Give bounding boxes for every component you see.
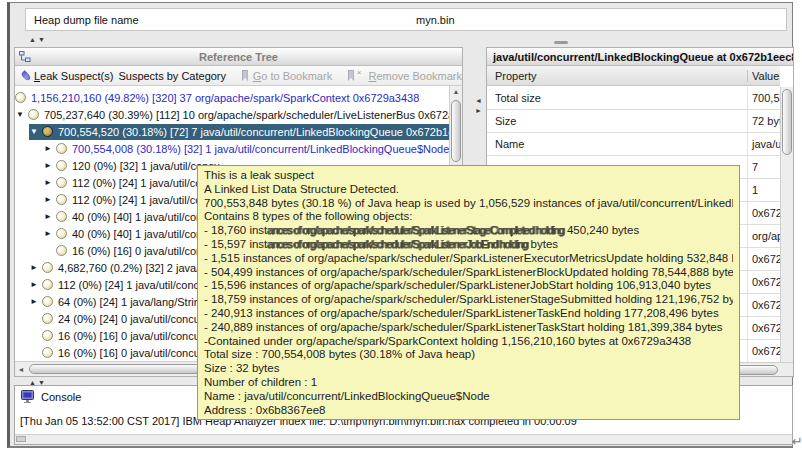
table-row[interactable]: Size72 bytes [487,110,780,133]
tree-row-label: 1,156,210,160 (49.82%) [320] 37 org/apac… [31,92,419,104]
expander-closed-icon[interactable]: ► [43,195,56,204]
window-resize-grip-icon[interactable]: ↵ [792,434,802,449]
tooltip-line: - 240,889 instances of org/apache/spark/… [204,321,733,335]
expander-closed-icon[interactable]: ► [29,280,42,289]
tree-vscroll-thumb[interactable] [451,100,461,162]
console-title: Console [41,391,81,403]
triangle-right-icon: ► [475,107,483,114]
vsplitter-collapse-right-button[interactable]: ► [475,107,483,114]
value-cell: 1 [748,184,780,196]
tooltip-line: 700,553,848 bytes (30.18 %) of Java heap… [204,197,733,211]
tooltip-line: -Contained under org/apache/spark/SparkC… [204,335,733,349]
node-icon [15,92,26,103]
tree-row[interactable]: ▼705,237,640 (30.39%) [112] 10 org/apach… [15,106,449,123]
triangle-up-icon: ▲ [29,36,37,43]
console-monitor-icon [21,390,35,403]
value-cell: 0x672af4 [748,207,780,219]
bookmark-remove-icon [348,70,354,81]
tooltip-line: - 1,515 instances of org/apache/spark/sc… [204,252,733,266]
object-detail-title: java/util/concurrent/LinkedBlockingQueue… [487,51,793,63]
node-icon [42,313,53,324]
expander-closed-icon[interactable]: ► [29,263,42,272]
bookmark-icon [242,70,248,81]
triangle-down-icon: ▼ [38,36,46,43]
node-icon [42,296,53,307]
tree-row-label: 4,682,760 (0.2%) [32] 2 java/util/ [58,262,216,274]
heap-analyzer-app: Heap dump file name myn.bin ▲ ▼ Referenc… [0,0,802,457]
garbled-text: ances of org/apache/spark/scheduler/Spar… [267,224,563,236]
expander-closed-icon[interactable]: ► [43,229,56,238]
heap-dump-file-field[interactable]: Heap dump file name myn.bin [25,8,787,31]
tree-row-label: 112 (0%) [24] 1 java/util/concurre [58,279,219,291]
tree-row-label: 24 (0%) [24] 0 java/util/concurrer [58,313,217,325]
value-cell: 0x672b95 [748,276,780,288]
garbled-text: ances of org/apache/spark/scheduler/Spar… [267,238,527,250]
detail-vscroll-thumb[interactable] [782,89,792,155]
value-column-header[interactable]: Value [748,70,780,82]
leak-suspects-button[interactable]: Leak Suspect(s) [34,70,114,82]
scroll-up-arrow-icon[interactable]: ▲ [450,87,462,97]
value-cell: 7 [748,161,780,173]
expander-closed-icon[interactable]: ► [43,144,56,153]
node-icon [42,262,53,273]
console-scroll-thumb[interactable] [16,436,26,442]
expander-closed-icon[interactable]: ► [43,178,56,187]
heap-dump-file-label: Heap dump file name [34,14,139,26]
tree-row[interactable]: 1,156,210,160 (49.82%) [320] 37 org/apac… [15,89,449,106]
reference-tree-header: Reference Tree [15,48,462,66]
expander-closed-icon[interactable]: ► [43,161,56,170]
value-cell: 0x672b1e [748,253,780,265]
splitter-handle[interactable] [554,41,568,44]
tree-row-label: 40 (0%) [40] 1 java/util/concur [72,228,218,240]
property-cell: Total size [487,87,748,109]
leak-suspect-droplet-icon [20,70,31,81]
scroll-left-arrow-icon[interactable]: ◄ [16,365,26,375]
tree-row-label: 705,237,640 (30.39%) [112] 10 org/apache… [44,109,449,121]
node-icon [42,330,53,341]
node-icon [56,143,67,154]
suspects-by-category-button[interactable]: Suspects by Category [118,70,226,82]
node-icon [56,228,67,239]
node-icon [42,347,53,358]
console-scrollbar[interactable] [15,434,792,444]
heap-dump-file-value[interactable]: myn.bin [416,14,455,26]
tree-row[interactable]: ►700,554,008 (30.18%) [32] 1 java/util/c… [15,140,449,157]
expander-closed-icon[interactable]: ► [29,297,42,306]
value-cell: java/util/c [748,138,780,150]
tooltip-line: - 504,499 instances of org/apache/spark/… [204,266,733,280]
tooltip-line: A Linked List Data Structure Detected. [204,183,733,197]
detail-vertical-scrollbar[interactable] [780,87,793,362]
tooltip-line: - 18,759 instances of org/apache/spark/s… [204,293,733,307]
table-row[interactable]: Namejava/util/c [487,133,780,156]
table-row[interactable]: Total size700,554, [487,87,780,110]
remove-bookmark-button[interactable]: Remove Bookmark [368,70,462,82]
expander-open-icon[interactable]: ▼ [29,127,42,136]
tooltip-line: This is a leak suspect [204,169,733,183]
node-icon [56,177,67,188]
console-header: Console [21,390,81,403]
tree-toolbar: Leak Suspect(s) Suspects by Category Go … [15,66,462,86]
tooltip-line: Contains 8 types of the following object… [204,210,733,224]
splitter-collapse-down-button[interactable]: ▼ [38,36,46,43]
tree-row-label: 16 (0%) [16] 0 java/util/concurrer [58,330,217,342]
tree-structure-icon [19,51,31,63]
node-icon [56,160,67,171]
tree-row[interactable]: ▼700,554,520 (30.18%) [72] 7 java/util/c… [15,123,449,140]
expander-open-icon[interactable]: ▼ [15,110,28,119]
value-cell: 72 bytes [748,115,780,127]
go-to-bookmark-button[interactable]: Go to Bookmark [253,70,332,82]
tree-row-label: 700,554,520 (30.18%) [72] 7 java/util/co… [58,126,449,138]
value-cell: 0x672b94 [748,322,780,334]
value-cell: org/apach [748,230,780,242]
splitter-collapse-up-button[interactable]: ▲ [29,36,37,43]
tooltip-line: Name : java/util/concurrent/LinkedBlocki… [204,390,733,404]
node-icon [56,194,67,205]
property-table-header: Property Value [487,66,780,86]
expander-closed-icon[interactable]: ► [43,212,56,221]
node-icon [56,211,67,222]
property-column-header[interactable]: Property [487,70,748,82]
value-cell: 700,554, [748,92,780,104]
leak-suspect-tooltip: This is a leak suspectA Linked List Data… [197,165,740,420]
tree-row-label: 40 (0%) [40] 1 java/util/concur [72,211,218,223]
vsplitter-collapse-left-button[interactable]: ◄ [475,97,483,104]
